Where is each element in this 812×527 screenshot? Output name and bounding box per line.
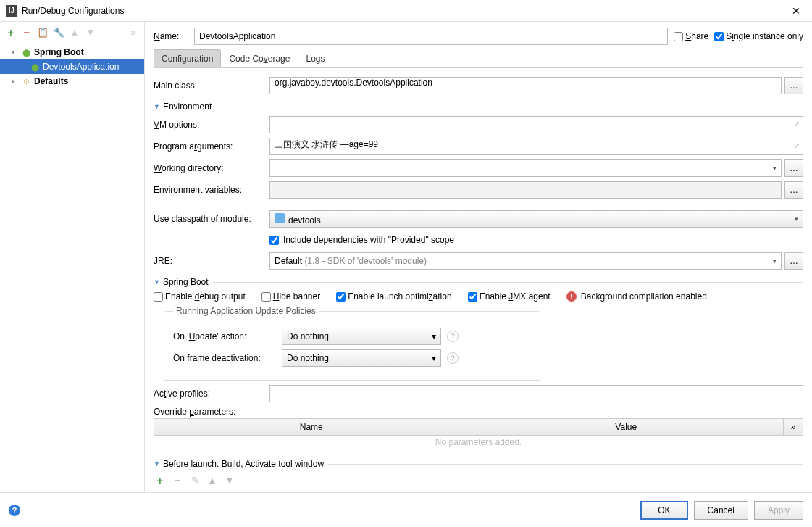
edit-task-button[interactable]: ✎: [188, 473, 201, 486]
before-launch-toolbar: + − ✎ ▲ ▼: [154, 473, 803, 486]
move-task-down-button[interactable]: ▼: [223, 473, 236, 486]
debug-output-checkbox[interactable]: [154, 292, 163, 302]
form-area: Main class: org.javaboy.devtools.Devtool…: [145, 68, 812, 492]
tree-devtools-app[interactable]: ⬤ DevtoolsApplication: [0, 59, 144, 74]
jre-select[interactable]: Default (1.8 - SDK of 'devtools' module)…: [269, 252, 782, 270]
remove-task-button[interactable]: −: [171, 473, 184, 486]
left-panel: + − 📋 🔧 ▲ ▼ » ▾ ⬤ Spring Boot ⬤ Devtools…: [0, 22, 145, 492]
hide-banner-checkbox[interactable]: [261, 292, 271, 302]
collapse-icon: ▼: [154, 460, 160, 468]
on-update-select[interactable]: Do nothing▾: [282, 328, 441, 345]
dialog-footer: ? OK Cancel Apply: [0, 492, 812, 527]
bg-compilation-status: !Background compilation enabled: [566, 291, 707, 302]
help-icon[interactable]: ?: [447, 331, 459, 342]
tab-configuration[interactable]: Configuration: [154, 49, 221, 67]
titlebar: IJ Run/Debug Configurations ✕: [0, 0, 812, 22]
help-icon[interactable]: ?: [447, 352, 459, 364]
move-task-up-button[interactable]: ▲: [206, 473, 219, 486]
window-title: Run/Debug Configurations: [22, 6, 786, 16]
spring-boot-options: Enable debug output Hide banner Enable l…: [154, 291, 803, 302]
environment-section[interactable]: ▼ Environment: [154, 101, 803, 112]
expand-icon[interactable]: ⤢: [794, 141, 800, 149]
single-instance-checkbox[interactable]: [714, 32, 724, 41]
main-class-input[interactable]: org.javaboy.devtools.DevtoolsApplication: [269, 77, 782, 94]
caret-icon: ▾: [795, 215, 798, 223]
collapse-icon: ▼: [154, 103, 160, 110]
add-config-button[interactable]: +: [4, 26, 17, 39]
update-policies: Running Application Update Policies On '…: [164, 306, 540, 381]
on-frame-label: On frame deactivation:: [173, 353, 282, 363]
launch-opt-checkbox[interactable]: [336, 292, 346, 302]
ok-button[interactable]: OK: [640, 501, 687, 520]
settings-button[interactable]: 🔧: [52, 26, 65, 39]
debug-output-wrap[interactable]: Enable debug output: [154, 291, 246, 302]
active-profiles-label: Active profiles:: [154, 389, 269, 399]
spring-app-icon: ⬤: [29, 61, 41, 72]
browse-env-vars-button[interactable]: …: [784, 181, 803, 199]
chevron-right-icon: ▸: [12, 78, 20, 85]
add-task-button[interactable]: +: [154, 473, 167, 486]
tab-code-coverage[interactable]: Code Coverage: [221, 49, 298, 67]
expand-icon[interactable]: ⤢: [794, 120, 800, 128]
classpath-select[interactable]: devtools ▾: [269, 210, 803, 228]
jre-label: JRE:: [154, 256, 269, 266]
section-label: Spring Boot: [163, 277, 209, 287]
include-provided-checkbox[interactable]: [269, 236, 279, 245]
hide-banner-wrap[interactable]: Hide banner: [261, 291, 320, 302]
tree-spring-boot[interactable]: ▾ ⬤ Spring Boot: [0, 45, 144, 59]
tree-label: Spring Boot: [34, 47, 84, 57]
on-frame-select[interactable]: Do nothing▾: [282, 349, 441, 367]
tree-defaults[interactable]: ▸ ⚙ Defaults: [0, 74, 144, 88]
move-up-button[interactable]: ▲: [68, 26, 81, 39]
move-down-button[interactable]: ▼: [84, 26, 97, 39]
vm-options-input[interactable]: ⤢: [269, 116, 803, 133]
module-icon: [275, 213, 285, 223]
caret-icon: ▾: [432, 331, 436, 341]
before-launch-section: ▼ Before launch: Build, Activate tool wi…: [154, 459, 803, 486]
defaults-icon: ⚙: [20, 75, 32, 87]
copy-config-button[interactable]: 📋: [36, 26, 49, 39]
close-icon[interactable]: ✕: [786, 2, 806, 20]
jmx-agent-checkbox[interactable]: [468, 292, 477, 302]
apply-button[interactable]: Apply: [754, 501, 803, 520]
no-params-placeholder: No parameters added.: [154, 436, 803, 449]
remove-config-button[interactable]: −: [20, 26, 33, 39]
include-provided-wrap[interactable]: Include dependencies with "Provided" sco…: [269, 235, 454, 245]
tree-label: DevtoolsApplication: [43, 62, 119, 72]
warning-icon: !: [566, 291, 577, 302]
col-value[interactable]: Value: [469, 419, 784, 435]
before-launch-header[interactable]: ▼ Before launch: Build, Activate tool wi…: [154, 459, 803, 469]
program-args-input[interactable]: 三国演义 水浒传 —age=99⤢: [269, 138, 803, 155]
section-label: Before launch: Build, Activate tool wind…: [163, 459, 324, 469]
cancel-button[interactable]: Cancel: [694, 501, 748, 520]
help-button[interactable]: ?: [9, 505, 20, 516]
share-checkbox-wrap[interactable]: Share: [674, 31, 708, 41]
app-icon: IJ: [6, 5, 17, 17]
caret-icon: ▾: [773, 165, 777, 172]
env-vars-input[interactable]: [269, 181, 782, 199]
name-input[interactable]: [194, 28, 668, 45]
browse-jre-button[interactable]: …: [784, 252, 803, 270]
vm-options-label: VM options:: [154, 120, 269, 130]
tab-logs[interactable]: Logs: [298, 49, 332, 67]
tree-label: Defaults: [34, 76, 68, 86]
working-dir-input[interactable]: ▾: [269, 159, 782, 177]
browse-working-dir-button[interactable]: …: [784, 159, 803, 177]
expand-toolbar-button[interactable]: »: [127, 26, 140, 39]
jmx-agent-wrap[interactable]: Enable JMX agent: [468, 291, 551, 302]
override-params-table: Name Value » No parameters added.: [154, 418, 803, 449]
share-checkbox[interactable]: [674, 32, 683, 41]
policies-legend: Running Application Update Policies: [173, 306, 319, 316]
launch-opt-wrap[interactable]: Enable launch optimization: [336, 291, 451, 302]
section-label: Environment: [163, 101, 212, 112]
browse-main-class-button[interactable]: …: [784, 77, 803, 94]
active-profiles-input[interactable]: [269, 385, 803, 402]
col-name[interactable]: Name: [154, 419, 469, 435]
include-provided-label: Include dependencies with "Provided" sco…: [283, 235, 454, 245]
single-instance-wrap[interactable]: Single instance only: [714, 31, 803, 41]
name-row: Name: Share Single instance only: [145, 22, 812, 49]
override-params-label: Override parameters:: [154, 407, 803, 417]
spring-boot-section[interactable]: ▼ Spring Boot: [154, 277, 803, 287]
working-dir-label: Working directory:: [154, 163, 269, 173]
table-more-button[interactable]: »: [784, 419, 803, 435]
